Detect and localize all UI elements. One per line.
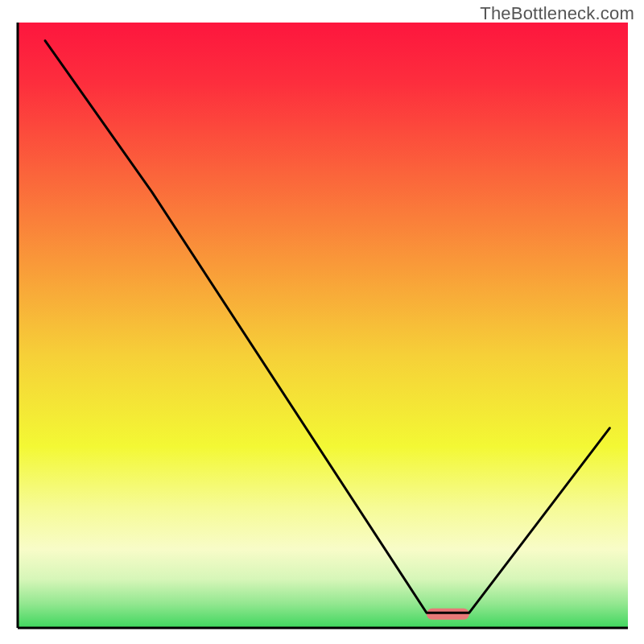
gradient-background: [18, 23, 628, 628]
chart-container: { "watermark": "TheBottleneck.com", "cha…: [0, 0, 644, 644]
optimal-range-marker: [427, 609, 469, 620]
watermark-text: TheBottleneck.com: [480, 3, 634, 24]
bottleneck-chart: [0, 0, 644, 644]
